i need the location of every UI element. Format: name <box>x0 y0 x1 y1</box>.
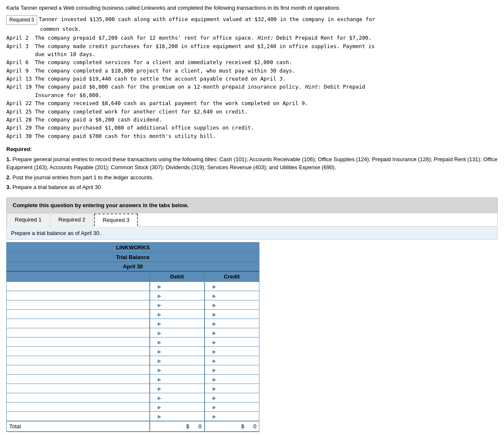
total-credit-cell: $ 0 <box>205 421 259 432</box>
debit-input-4[interactable] <box>162 311 202 317</box>
table-row: ▶ ▶ <box>7 319 259 328</box>
account-input-2[interactable] <box>9 292 147 299</box>
tb-credit-col-header: Credit <box>205 271 259 282</box>
trial-balance-table: LINKWORKS Trial Balance April 30 Debit C… <box>6 242 259 432</box>
tb-total-row: Total $ 0 $ 0 <box>7 421 259 432</box>
debit-input-6[interactable] <box>162 330 202 336</box>
tabs-container: Required 1 Required 2 Required 3 Prepare… <box>6 213 498 240</box>
account-input-9[interactable] <box>9 357 147 364</box>
credit-input-4[interactable] <box>217 311 256 317</box>
table-row: ▶ ▶ <box>7 309 259 319</box>
credit-input-2[interactable] <box>217 292 256 299</box>
credit-input-14[interactable] <box>217 404 256 410</box>
credit-input-7[interactable] <box>217 339 256 345</box>
table-row: ▶ ▶ <box>7 384 259 393</box>
tb-company-row: LINKWORKS <box>7 242 259 252</box>
table-row: ▶ ▶ <box>7 402 259 411</box>
account-input-14[interactable] <box>9 404 147 410</box>
debit-input-3[interactable] <box>162 302 202 308</box>
credit-input-12[interactable] <box>217 385 256 392</box>
tabs-row: Required 1 Required 2 Required 3 <box>7 213 497 227</box>
debit-input-13[interactable] <box>162 394 202 401</box>
account-input-12[interactable] <box>9 385 147 392</box>
account-input-15[interactable] <box>9 413 147 419</box>
account-input-10[interactable] <box>9 367 147 373</box>
credit-input-11[interactable] <box>217 376 256 382</box>
tb-col-headers: Debit Credit <box>7 271 259 282</box>
table-row: ▶ ▶ <box>7 337 259 346</box>
table-row: ▶ ▶ <box>7 356 259 365</box>
table-row: ▶ ▶ <box>7 365 259 374</box>
account-input-3[interactable] <box>9 302 147 308</box>
tab-content: Prepare a trial balance as of April 30. <box>7 227 497 239</box>
credit-input-13[interactable] <box>217 394 256 401</box>
credit-input-6[interactable] <box>217 330 256 336</box>
credit-input-8[interactable] <box>217 348 256 354</box>
debit-input-7[interactable] <box>162 339 202 345</box>
table-row: ▶ ▶ <box>7 374 259 384</box>
credit-input-1[interactable] <box>217 283 256 289</box>
debit-input-5[interactable] <box>162 320 202 327</box>
tab-required3[interactable]: Required 3 <box>94 213 138 227</box>
table-row: ▶ ▶ <box>7 393 259 402</box>
tb-title-row: Trial Balance <box>7 252 259 262</box>
tab-required1[interactable]: Required 1 <box>7 213 50 227</box>
debit-input-9[interactable] <box>162 357 202 364</box>
table-row: ▶ ▶ <box>7 300 259 309</box>
account-input-6[interactable] <box>9 330 147 336</box>
account-input-5[interactable] <box>9 320 147 327</box>
debit-input-11[interactable] <box>162 376 202 382</box>
debit-input-14[interactable] <box>162 404 202 410</box>
debit-input-8[interactable] <box>162 348 202 354</box>
complete-banner: Complete this question by entering your … <box>6 197 498 213</box>
required-section: Required: 1. Prepare general journal ent… <box>6 145 498 192</box>
tb-date: April 30 <box>7 262 259 271</box>
credit-input-15[interactable] <box>217 413 256 419</box>
required3-badge: Required 3 <box>6 15 37 25</box>
account-input-7[interactable] <box>9 339 147 345</box>
account-input-1[interactable] <box>9 283 147 289</box>
account-input-8[interactable] <box>9 348 147 354</box>
debit-input-2[interactable] <box>162 292 202 299</box>
problem-intro: Karla Tanner opened a Web consulting bus… <box>6 4 498 12</box>
total-label: Total <box>7 421 150 432</box>
account-input-4[interactable] <box>9 311 147 317</box>
tb-account-col-header <box>7 271 150 282</box>
credit-input-10[interactable] <box>217 367 256 373</box>
tab-required2[interactable]: Required 2 <box>51 213 94 227</box>
debit-input-1[interactable] <box>162 283 202 289</box>
tb-date-row: April 30 <box>7 262 259 271</box>
credit-input-9[interactable] <box>217 357 256 364</box>
debit-input-15[interactable] <box>162 413 202 419</box>
debit-input-10[interactable] <box>162 367 202 373</box>
table-row: ▶ ▶ <box>7 346 259 356</box>
trial-balance-wrapper: LINKWORKS Trial Balance April 30 Debit C… <box>6 242 259 432</box>
total-debit-cell: $ 0 <box>150 421 205 432</box>
account-input-13[interactable] <box>9 394 147 401</box>
transactions-block: Required 3Tanner invested $135,000 cash … <box>6 15 498 140</box>
tb-debit-col-header: Debit <box>150 271 205 282</box>
debit-input-12[interactable] <box>162 385 202 392</box>
tb-title: Trial Balance <box>7 252 259 262</box>
credit-input-5[interactable] <box>217 320 256 327</box>
table-row: ▶ ▶ <box>7 328 259 337</box>
account-input-11[interactable] <box>9 376 147 382</box>
table-row: ▶ ▶ <box>7 281 259 291</box>
credit-input-3[interactable] <box>217 302 256 308</box>
table-row: ▶ ▶ <box>7 411 259 421</box>
table-row: ▶ ▶ <box>7 291 259 300</box>
tb-company-name: LINKWORKS <box>7 242 259 252</box>
